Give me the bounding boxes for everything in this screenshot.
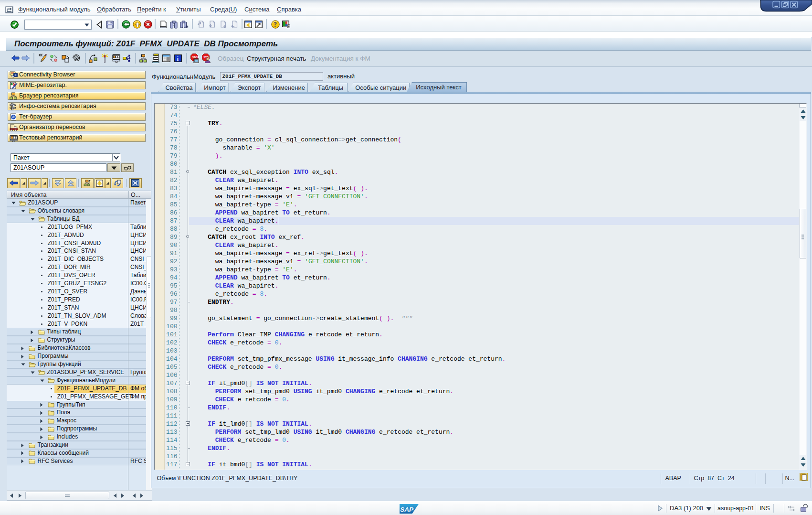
svg-text:?: ? — [274, 21, 277, 28]
svg-text:i: i — [177, 55, 179, 62]
svg-text:SAP: SAP — [400, 506, 414, 513]
